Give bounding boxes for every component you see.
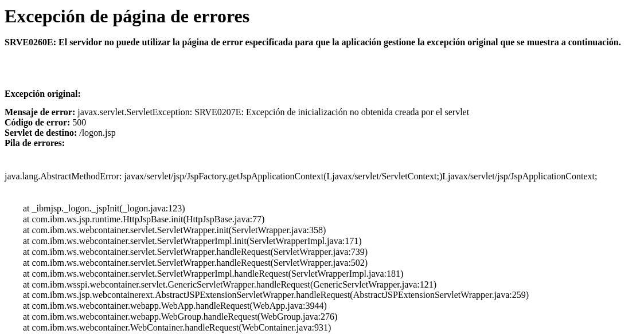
error-message-row: Mensaje de error: javax.servlet.ServletE… [5,107,639,117]
stack-frame: at com.ibm.ws.webcontainer.webapp.WebGro… [5,312,639,323]
stack-frame: at com.ibm.ws.jsp.webcontainerext.Abstra… [5,290,639,301]
error-code-row: Código de error: 500 [5,117,639,128]
error-stack-label: Pila de errores: [5,138,65,148]
stack-frame: at com.ibm.ws.jsp.runtime.HttpJspBase.in… [5,214,639,225]
error-code-value: 500 [72,117,86,127]
stack-head: java.lang.AbstractMethodError: javax/ser… [5,171,639,182]
error-message-value: javax.servlet.ServletException: SRVE0207… [77,107,469,117]
stack-frame: at com.ibm.ws.webcontainer.servlet.Servl… [5,258,639,269]
stack-frame: at com.ibm.ws.webcontainer.servlet.Servl… [5,225,639,236]
page-title: Excepción de página de errores [5,6,639,27]
error-stack-label-row: Pila de errores: [5,138,639,148]
stack-frame: at com.ibm.ws.webcontainer.servlet.Servl… [5,236,639,247]
stack-frame: at com.ibm.ws.webcontainer.WebContainer.… [5,323,639,333]
stack-frame: at _ibmjsp._logon._jspInit(_logon.java:1… [5,203,639,214]
error-code-label: Código de error: [5,117,70,127]
stack-frame: at com.ibm.ws.webcontainer.webapp.WebApp… [5,301,639,312]
stack-frame: at com.ibm.wsspi.webcontainer.servlet.Ge… [5,280,639,290]
subhead: SRVE0260E: El servidor no puede utilizar… [5,37,639,48]
stack-frames: at _ibmjsp._logon._jspInit(_logon.java:1… [5,203,639,334]
original-section-label: Excepción original: [5,89,639,99]
target-servlet-value: /logon.jsp [79,128,116,137]
stack-frame: at com.ibm.ws.webcontainer.servlet.Servl… [5,247,639,258]
stack-trace: java.lang.AbstractMethodError: javax/ser… [5,148,639,334]
target-servlet-label: Servlet de destino: [5,128,77,137]
error-message-label: Mensaje de error: [5,107,75,117]
stack-frame: at com.ibm.ws.webcontainer.servlet.Servl… [5,269,639,280]
target-servlet-row: Servlet de destino: /logon.jsp [5,128,639,138]
